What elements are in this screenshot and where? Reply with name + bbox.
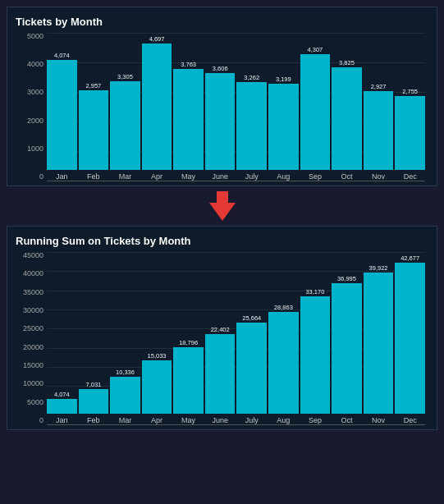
- bar-rect: [395, 263, 425, 414]
- bar-group: 36,995Oct: [332, 275, 362, 424]
- bar-group: 3,763May: [173, 61, 204, 181]
- bar-month-label: Apr: [151, 172, 162, 181]
- bar-value-label: 3,199: [276, 76, 291, 83]
- bar-value-label: 15,033: [148, 352, 167, 360]
- bar-month-label: Jan: [56, 172, 68, 181]
- bar-value-label: 33,170: [305, 288, 324, 296]
- bar-month-label: Apr: [151, 416, 162, 424]
- bar-month-label: June: [212, 416, 228, 424]
- bar-group: 2,927Nov: [364, 83, 394, 181]
- bar-group: 3,305Mar: [110, 73, 140, 181]
- bar-value-label: 4,697: [149, 35, 165, 43]
- bar-group: 3,825Oct: [332, 59, 362, 181]
- bar-group: 18,796May: [173, 339, 204, 424]
- bar-value-label: 3,763: [181, 61, 196, 68]
- bar-rect: [364, 273, 394, 414]
- bar-rect: [79, 389, 109, 414]
- bar-group: 3,262July: [236, 74, 267, 181]
- chart1-bars: 4,074Jan2,957Feb3,305Mar4,697Apr3,763May…: [16, 33, 428, 181]
- bar-group: 15,033Apr: [142, 352, 172, 424]
- bar-group: 10,336Mar: [110, 369, 140, 424]
- bar-value-label: 25,664: [242, 314, 261, 322]
- bar-value-label: 39,922: [369, 264, 388, 272]
- bar-value-label: 42,677: [401, 254, 419, 262]
- bar-month-label: Nov: [372, 416, 385, 424]
- bar-month-label: July: [245, 416, 259, 424]
- chart2-bars: 4,074Jan7,031Feb10,336Mar15,033Apr18,796…: [16, 252, 428, 424]
- bar-group: 3,606June: [205, 65, 236, 181]
- bar-group: 7,031Feb: [79, 381, 109, 424]
- bar-group: 33,170Sep: [300, 288, 331, 424]
- bar-month-label: Feb: [87, 172, 100, 181]
- bar-group: 4,074Jan: [47, 52, 77, 181]
- bar-month-label: Nov: [372, 172, 385, 181]
- bar-value-label: 4,074: [54, 52, 70, 59]
- bar-rect: [142, 360, 172, 414]
- arrow-down-icon: [209, 203, 236, 221]
- bar-rect: [268, 84, 299, 170]
- bar-value-label: 22,402: [211, 326, 230, 333]
- bar-month-label: Dec: [404, 416, 417, 424]
- bar-month-label: Feb: [87, 416, 100, 424]
- bar-value-label: 4,074: [54, 391, 70, 398]
- bar-value-label: 2,927: [371, 83, 387, 90]
- chart1-title: Tickets by Month: [16, 16, 428, 28]
- bar-month-label: Dec: [404, 172, 417, 181]
- bar-month-label: Oct: [341, 172, 352, 181]
- bar-group: 42,677Dec: [395, 254, 425, 424]
- bar-month-label: July: [245, 172, 259, 181]
- bar-rect: [47, 60, 77, 170]
- bar-value-label: 7,031: [85, 381, 101, 388]
- bar-group: 4,307Sep: [300, 46, 331, 181]
- bar-rect: [395, 96, 425, 170]
- bar-group: 4,074Jan: [47, 391, 77, 424]
- bar-month-label: June: [212, 172, 228, 181]
- bar-rect: [364, 91, 394, 170]
- bar-value-label: 3,825: [339, 59, 355, 66]
- bar-month-label: May: [181, 416, 195, 424]
- chart2-title: Running Sum on Tickets by Month: [16, 235, 428, 247]
- bar-value-label: 3,262: [244, 74, 259, 81]
- bar-rect: [205, 334, 236, 414]
- bar-value-label: 3,305: [117, 73, 133, 80]
- bar-rect: [142, 44, 172, 170]
- bar-group: 2,957Feb: [79, 82, 109, 181]
- bar-value-label: 36,995: [337, 275, 356, 282]
- bar-group: 22,402June: [205, 326, 236, 424]
- bar-group: 39,922Nov: [364, 264, 394, 424]
- bar-rect: [79, 90, 109, 170]
- bar-rect: [332, 67, 362, 170]
- bar-month-label: Sep: [309, 416, 322, 424]
- bar-rect: [236, 323, 267, 414]
- chart2-container: Running Sum on Tickets by Month 45000400…: [7, 226, 437, 430]
- bar-value-label: 2,957: [85, 82, 101, 89]
- bar-rect: [300, 54, 331, 170]
- bar-rect: [110, 377, 140, 414]
- bar-rect: [300, 296, 331, 414]
- bar-value-label: 2,755: [402, 88, 418, 95]
- chart1-x-axis: [47, 181, 425, 181]
- bar-group: 28,863Aug: [268, 304, 299, 424]
- bar-group: 4,697Apr: [142, 35, 172, 181]
- bar-month-label: Mar: [119, 172, 132, 181]
- chart2-area: 4500040000350003000025000200001500010000…: [16, 252, 428, 425]
- bar-month-label: Aug: [277, 416, 290, 424]
- bar-value-label: 10,336: [116, 369, 135, 376]
- bar-month-label: Jan: [56, 416, 68, 424]
- chart1-container: Tickets by Month 500040003000200010000 4…: [7, 7, 437, 186]
- arrow-container: [7, 186, 437, 226]
- bar-rect: [110, 81, 140, 170]
- bar-group: 2,755Dec: [395, 88, 425, 181]
- bar-value-label: 3,606: [213, 65, 228, 72]
- chart1-area: 500040003000200010000 4,074Jan2,957Feb3,…: [16, 33, 428, 181]
- bar-rect: [47, 399, 77, 414]
- chart2-x-axis: [47, 424, 425, 425]
- bar-month-label: Oct: [341, 416, 352, 424]
- bar-month-label: Mar: [119, 416, 132, 424]
- bar-rect: [332, 283, 362, 414]
- bar-group: 25,664July: [236, 314, 267, 424]
- bar-rect: [268, 312, 299, 414]
- bar-month-label: Sep: [309, 172, 322, 181]
- bar-rect: [205, 73, 236, 170]
- bar-month-label: May: [181, 172, 195, 181]
